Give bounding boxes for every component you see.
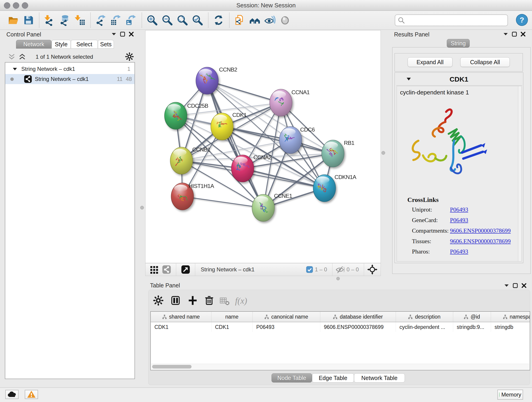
panel-menu-caret-icon[interactable] (503, 32, 508, 36)
network-share-view-button[interactable] (162, 265, 171, 274)
import-network-from-database-button[interactable] (58, 14, 71, 27)
tab-network-table[interactable]: Network Table (354, 373, 405, 383)
copy-network-button[interactable] (234, 14, 246, 27)
tab-select[interactable]: Select (71, 40, 98, 49)
function-builder-button[interactable]: f(x) (235, 296, 247, 306)
network-canvas[interactable]: CCNB2CCNA1CDC25BCDK1CDC6RB1CCNB1CCNA2CDK… (145, 30, 381, 263)
export-table-button[interactable] (110, 14, 123, 27)
collection-expander-icon[interactable] (13, 67, 17, 71)
warnings-button[interactable] (25, 390, 38, 399)
network-row[interactable]: String Network – cdk1 11 48 (5, 74, 134, 84)
table-settings-gear-button[interactable] (153, 295, 164, 306)
results-scrollbar[interactable] (518, 86, 521, 261)
panel-menu-caret-icon[interactable] (111, 32, 116, 36)
fit-content-button[interactable] (176, 14, 189, 27)
delete-table-button[interactable] (220, 296, 230, 306)
results-tab-string[interactable]: String (447, 39, 470, 48)
column-header-shared-name[interactable]: shared name (151, 312, 211, 322)
selected-checkbox-icon[interactable] (306, 266, 313, 273)
graph-node-CDC6[interactable] (279, 127, 302, 153)
expand-all-button[interactable]: Expand All (408, 57, 452, 67)
table-cell[interactable]: CDK1 (151, 322, 211, 332)
hide-labels-eye-icon-button[interactable] (264, 14, 277, 27)
tab-edge-table[interactable]: Edge Table (312, 373, 354, 383)
table-cell[interactable]: stringdb:9... (453, 322, 491, 332)
zoom-out-button[interactable] (161, 14, 174, 27)
crosslink-compartments-link[interactable]: 9606.ENSP00000378699 (450, 227, 511, 234)
zoom-in-button[interactable] (146, 14, 159, 27)
zoom-selected-button[interactable] (191, 14, 204, 27)
graph-node-CDKN1A[interactable] (313, 175, 336, 202)
toolbar-separator (208, 13, 209, 28)
graph-node-CCNB1[interactable] (170, 147, 193, 174)
network-collection-row[interactable]: String Network – cdk1 1 (5, 64, 134, 74)
show-columns-button[interactable] (171, 295, 181, 306)
table-cell[interactable]: stringdb (491, 322, 530, 332)
scrollbar-thumb[interactable] (152, 365, 191, 369)
vertical-splitter-handle[interactable] (381, 151, 385, 155)
export-network-button[interactable] (95, 14, 108, 27)
panel-menu-caret-icon[interactable] (504, 284, 509, 287)
delete-column-trash-button[interactable] (204, 295, 215, 306)
save-session-button[interactable] (22, 14, 35, 27)
crosslink-pharos-link[interactable]: P06493 (450, 248, 468, 255)
column-header-description[interactable]: description (396, 312, 453, 322)
table-horizontal-scrollbar[interactable] (151, 364, 529, 370)
table-row[interactable]: CDK1CDK1P064939606.ENSP00000378699cyclin… (151, 322, 530, 332)
column-header-name[interactable]: name (211, 312, 253, 322)
graph-node-CCNB2[interactable] (196, 67, 218, 94)
memory-button[interactable]: Memory (497, 390, 523, 400)
table-cell[interactable]: CDK1 (211, 322, 253, 332)
float-panel-icon[interactable] (512, 32, 517, 37)
tab-node-table[interactable]: Node Table (272, 373, 312, 383)
close-panel-icon[interactable] (521, 283, 526, 288)
column-header-namespace[interactable]: namespace (491, 312, 530, 322)
import-network-from-file-button[interactable] (43, 14, 56, 27)
glass-effect-button[interactable] (279, 14, 292, 27)
collapse-all-button[interactable]: Collapse All (460, 57, 510, 67)
grid-view-icon-button[interactable] (150, 265, 159, 274)
protein-description: cyclin-dependent kinase 1 (400, 89, 469, 96)
search-input[interactable] (407, 17, 506, 24)
create-column-button[interactable] (187, 295, 198, 306)
open-session-button[interactable] (7, 14, 20, 27)
detach-view-button[interactable] (181, 265, 190, 274)
graph-node-CCNA2[interactable] (231, 155, 254, 182)
graph-edge-HIST1H1A-CCNE1[interactable] (182, 196, 263, 208)
graph-node-CCNA1[interactable] (270, 89, 292, 116)
table-cell[interactable]: cyclin-dependent ... (396, 322, 453, 332)
help-button[interactable]: ? (516, 14, 528, 26)
close-panel-icon[interactable] (520, 32, 526, 37)
column-header-canonical-name[interactable]: canonical name (253, 312, 320, 322)
float-panel-icon[interactable] (513, 283, 518, 288)
hidden-eye-icon[interactable] (336, 266, 345, 274)
crosslink-genecard-link[interactable]: P06493 (450, 217, 468, 224)
graph-node-label-CDK1: CDK1 (232, 112, 247, 118)
graph-node-RB1[interactable] (322, 140, 344, 167)
import-table-from-file-button[interactable] (74, 14, 86, 27)
table-cell[interactable]: 9606.ENSP00000378699 (320, 322, 396, 332)
export-image-button[interactable] (125, 14, 138, 27)
graph-node-CDK1[interactable] (211, 113, 233, 140)
birdseye-crosshair-icon[interactable] (367, 264, 377, 274)
network-panel-gear-icon[interactable] (125, 52, 134, 62)
crosslink-uniprot-link[interactable]: P06493 (450, 206, 468, 213)
graph-node-CCNE1[interactable] (252, 194, 274, 221)
graph-node-CDC25B[interactable] (165, 102, 187, 129)
close-panel-icon[interactable] (129, 32, 134, 37)
tab-sets[interactable]: Sets (98, 40, 114, 49)
tab-network[interactable]: Network (16, 40, 51, 49)
vertical-splitter-handle[interactable] (140, 206, 144, 210)
crosslink-tissues-link[interactable]: 9606.ENSP00000378699 (450, 238, 511, 245)
tab-style[interactable]: Style (51, 40, 71, 49)
column-header-database-identifier[interactable]: database identifier (320, 312, 396, 322)
horizontal-splitter-handle[interactable] (336, 277, 340, 280)
float-panel-icon[interactable] (120, 32, 125, 37)
column-header--id[interactable]: @id (453, 312, 491, 322)
cloud-status-button[interactable] (5, 390, 19, 399)
string-home-button[interactable] (249, 14, 261, 27)
table-cell[interactable]: P06493 (253, 322, 320, 332)
refresh-view-button[interactable] (212, 14, 225, 27)
network-node-count: 11 (117, 76, 123, 82)
graph-edge-CCNB2-CCNE1[interactable] (207, 81, 263, 208)
